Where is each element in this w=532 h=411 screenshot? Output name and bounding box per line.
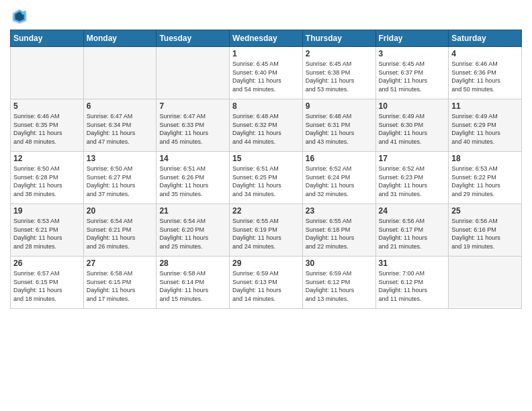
day-info: Sunrise: 6:45 AM Sunset: 6:37 PM Dayligh… xyxy=(379,60,446,93)
day-number: 23 xyxy=(306,206,373,216)
day-info: Sunrise: 6:58 AM Sunset: 6:14 PM Dayligh… xyxy=(159,269,226,303)
day-number: 25 xyxy=(451,206,519,216)
calendar-cell xyxy=(83,47,157,99)
calendar-table: SundayMondayTuesdayWednesdayThursdayFrid… xyxy=(10,30,522,309)
day-info: Sunrise: 7:00 AM Sunset: 6:12 PM Dayligh… xyxy=(379,269,446,303)
calendar-cell: 14Sunrise: 6:51 AM Sunset: 6:26 PM Dayli… xyxy=(157,152,230,204)
day-number: 11 xyxy=(451,101,519,111)
weekday-header-sunday: Sunday xyxy=(11,30,84,47)
day-info: Sunrise: 6:54 AM Sunset: 6:20 PM Dayligh… xyxy=(159,217,226,250)
day-number: 3 xyxy=(379,49,446,58)
calendar-row-0: 1Sunrise: 6:45 AM Sunset: 6:40 PM Daylig… xyxy=(11,47,522,99)
logo-icon xyxy=(10,7,29,26)
day-info: Sunrise: 6:50 AM Sunset: 6:28 PM Dayligh… xyxy=(13,165,81,198)
day-info: Sunrise: 6:48 AM Sunset: 6:31 PM Dayligh… xyxy=(306,112,373,146)
calendar-cell: 2Sunrise: 6:45 AM Sunset: 6:38 PM Daylig… xyxy=(302,47,375,99)
calendar-cell: 20Sunrise: 6:54 AM Sunset: 6:21 PM Dayli… xyxy=(83,204,157,257)
day-number: 21 xyxy=(159,206,226,216)
calendar-cell: 9Sunrise: 6:48 AM Sunset: 6:31 PM Daylig… xyxy=(302,99,375,152)
day-info: Sunrise: 6:46 AM Sunset: 6:36 PM Dayligh… xyxy=(451,60,519,93)
day-info: Sunrise: 6:46 AM Sunset: 6:35 PM Dayligh… xyxy=(13,112,81,146)
day-number: 13 xyxy=(87,154,154,163)
calendar-cell: 3Sunrise: 6:45 AM Sunset: 6:37 PM Daylig… xyxy=(375,47,449,99)
day-number: 28 xyxy=(159,259,226,268)
day-info: Sunrise: 6:59 AM Sunset: 6:13 PM Dayligh… xyxy=(232,269,300,303)
day-info: Sunrise: 6:50 AM Sunset: 6:27 PM Dayligh… xyxy=(87,165,154,198)
day-number: 22 xyxy=(232,206,300,216)
calendar-cell: 28Sunrise: 6:58 AM Sunset: 6:14 PM Dayli… xyxy=(157,257,230,309)
day-info: Sunrise: 6:47 AM Sunset: 6:33 PM Dayligh… xyxy=(159,112,226,146)
day-number: 1 xyxy=(232,49,300,58)
day-number: 9 xyxy=(306,101,373,111)
day-info: Sunrise: 6:51 AM Sunset: 6:26 PM Dayligh… xyxy=(159,165,226,198)
calendar-cell: 31Sunrise: 7:00 AM Sunset: 6:12 PM Dayli… xyxy=(375,257,449,309)
day-info: Sunrise: 6:49 AM Sunset: 6:29 PM Dayligh… xyxy=(451,112,519,146)
day-info: Sunrise: 6:54 AM Sunset: 6:21 PM Dayligh… xyxy=(87,217,154,250)
calendar-cell: 6Sunrise: 6:47 AM Sunset: 6:34 PM Daylig… xyxy=(83,99,157,152)
calendar-cell: 22Sunrise: 6:55 AM Sunset: 6:19 PM Dayli… xyxy=(230,204,303,257)
calendar-cell xyxy=(11,47,84,99)
calendar-cell: 4Sunrise: 6:46 AM Sunset: 6:36 PM Daylig… xyxy=(449,47,522,99)
calendar-cell xyxy=(449,257,522,309)
day-number: 20 xyxy=(87,206,154,216)
day-number: 26 xyxy=(13,259,81,268)
calendar-row-4: 26Sunrise: 6:57 AM Sunset: 6:15 PM Dayli… xyxy=(11,257,522,309)
calendar-cell: 27Sunrise: 6:58 AM Sunset: 6:15 PM Dayli… xyxy=(83,257,157,309)
day-number: 29 xyxy=(232,259,300,268)
logo xyxy=(10,7,32,26)
weekday-header-tuesday: Tuesday xyxy=(157,30,230,47)
day-info: Sunrise: 6:55 AM Sunset: 6:18 PM Dayligh… xyxy=(306,217,373,250)
day-number: 24 xyxy=(379,206,446,216)
calendar-cell: 23Sunrise: 6:55 AM Sunset: 6:18 PM Dayli… xyxy=(302,204,375,257)
day-info: Sunrise: 6:58 AM Sunset: 6:15 PM Dayligh… xyxy=(87,269,154,303)
day-number: 8 xyxy=(232,101,300,111)
calendar-cell: 11Sunrise: 6:49 AM Sunset: 6:29 PM Dayli… xyxy=(449,99,522,152)
calendar-row-1: 5Sunrise: 6:46 AM Sunset: 6:35 PM Daylig… xyxy=(11,99,522,152)
day-info: Sunrise: 6:57 AM Sunset: 6:15 PM Dayligh… xyxy=(13,269,81,303)
calendar-cell: 8Sunrise: 6:48 AM Sunset: 6:32 PM Daylig… xyxy=(230,99,303,152)
day-info: Sunrise: 6:49 AM Sunset: 6:30 PM Dayligh… xyxy=(379,112,446,146)
day-info: Sunrise: 6:59 AM Sunset: 6:12 PM Dayligh… xyxy=(306,269,373,303)
day-info: Sunrise: 6:56 AM Sunset: 6:16 PM Dayligh… xyxy=(451,217,519,250)
weekday-header-friday: Friday xyxy=(375,30,449,47)
day-number: 16 xyxy=(306,154,373,163)
calendar-cell: 7Sunrise: 6:47 AM Sunset: 6:33 PM Daylig… xyxy=(157,99,230,152)
day-info: Sunrise: 6:51 AM Sunset: 6:25 PM Dayligh… xyxy=(232,165,300,198)
calendar-row-3: 19Sunrise: 6:53 AM Sunset: 6:21 PM Dayli… xyxy=(11,204,522,257)
weekday-header-thursday: Thursday xyxy=(302,30,375,47)
day-info: Sunrise: 6:47 AM Sunset: 6:34 PM Dayligh… xyxy=(87,112,154,146)
day-info: Sunrise: 6:48 AM Sunset: 6:32 PM Dayligh… xyxy=(232,112,300,146)
day-info: Sunrise: 6:45 AM Sunset: 6:38 PM Dayligh… xyxy=(306,60,373,93)
day-info: Sunrise: 6:53 AM Sunset: 6:22 PM Dayligh… xyxy=(451,165,519,198)
day-info: Sunrise: 6:52 AM Sunset: 6:23 PM Dayligh… xyxy=(379,165,446,198)
day-number: 6 xyxy=(87,101,154,111)
day-info: Sunrise: 6:56 AM Sunset: 6:17 PM Dayligh… xyxy=(379,217,446,250)
day-number: 27 xyxy=(87,259,154,268)
calendar-cell: 10Sunrise: 6:49 AM Sunset: 6:30 PM Dayli… xyxy=(375,99,449,152)
calendar-cell: 15Sunrise: 6:51 AM Sunset: 6:25 PM Dayli… xyxy=(230,152,303,204)
day-info: Sunrise: 6:55 AM Sunset: 6:19 PM Dayligh… xyxy=(232,217,300,250)
header xyxy=(10,7,522,26)
calendar-cell: 18Sunrise: 6:53 AM Sunset: 6:22 PM Dayli… xyxy=(449,152,522,204)
calendar-row-2: 12Sunrise: 6:50 AM Sunset: 6:28 PM Dayli… xyxy=(11,152,522,204)
day-number: 12 xyxy=(13,154,81,163)
calendar-cell xyxy=(157,47,230,99)
weekday-header-wednesday: Wednesday xyxy=(230,30,303,47)
day-number: 31 xyxy=(379,259,446,268)
day-number: 19 xyxy=(13,206,81,216)
calendar-cell: 13Sunrise: 6:50 AM Sunset: 6:27 PM Dayli… xyxy=(83,152,157,204)
calendar-cell: 1Sunrise: 6:45 AM Sunset: 6:40 PM Daylig… xyxy=(230,47,303,99)
calendar-cell: 19Sunrise: 6:53 AM Sunset: 6:21 PM Dayli… xyxy=(11,204,84,257)
calendar-cell: 29Sunrise: 6:59 AM Sunset: 6:13 PM Dayli… xyxy=(230,257,303,309)
calendar-cell: 25Sunrise: 6:56 AM Sunset: 6:16 PM Dayli… xyxy=(449,204,522,257)
day-number: 15 xyxy=(232,154,300,163)
header-row: SundayMondayTuesdayWednesdayThursdayFrid… xyxy=(11,30,522,47)
weekday-header-saturday: Saturday xyxy=(449,30,522,47)
day-info: Sunrise: 6:52 AM Sunset: 6:24 PM Dayligh… xyxy=(306,165,373,198)
day-number: 18 xyxy=(451,154,519,163)
day-number: 7 xyxy=(159,101,226,111)
calendar-cell: 26Sunrise: 6:57 AM Sunset: 6:15 PM Dayli… xyxy=(11,257,84,309)
calendar-cell: 30Sunrise: 6:59 AM Sunset: 6:12 PM Dayli… xyxy=(302,257,375,309)
day-number: 2 xyxy=(306,49,373,58)
calendar-cell: 5Sunrise: 6:46 AM Sunset: 6:35 PM Daylig… xyxy=(11,99,84,152)
